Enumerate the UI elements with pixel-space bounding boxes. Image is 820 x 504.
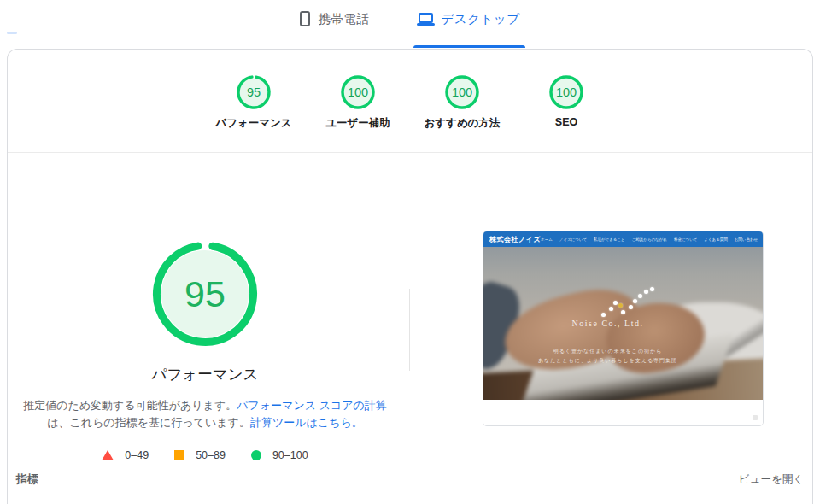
tab-mobile[interactable]: 携帯電話	[295, 0, 374, 38]
site-nav-items: ホーム ノイズについて 私達ができること ご相談からのながれ 料金について よく…	[541, 237, 758, 242]
hero-subtitle: 明るく豊かな住まいの未来をこの街から あなたとともに、より良い暮らしを支える専門…	[483, 347, 732, 366]
metrics-header-row: 指標 ビューを開く	[16, 472, 804, 487]
site-nav-item: ご相談からのながれ	[632, 237, 667, 242]
scroll-top-widget	[753, 415, 758, 420]
gauge-label: パフォーマンス	[152, 364, 259, 384]
score-ring: 100	[548, 74, 584, 110]
site-footer-area	[483, 400, 763, 425]
pagespeed-report: 携帯電話 デスクトップ 95 パフォーマンス	[0, 0, 820, 504]
scroll-remnant-mark	[7, 32, 17, 34]
site-hero-image: Noise Co., Ltd. 明るく豊かな住まいの未来をこの街から あなたとと…	[483, 247, 763, 400]
gauge-column: 95 パフォーマンス 推定値のため変動する可能性があります。パフォーマンス スコ…	[8, 153, 402, 461]
score-value: 95	[236, 74, 272, 110]
hero-line-1: 明るく豊かな住まいの未来をこの街から	[483, 347, 732, 356]
legend-range: 90–100	[272, 449, 308, 461]
score-ring: 95	[236, 74, 272, 110]
score-legend: 0–49 50–89 90–100	[102, 449, 308, 461]
laptop-icon	[419, 13, 433, 23]
metrics-divider	[8, 495, 812, 495]
dot-arrow-graphic	[601, 287, 654, 318]
green-circle-icon	[251, 450, 261, 460]
score-ring: 100	[444, 74, 480, 110]
site-logo-text: 株式会社ノイズ	[489, 235, 541, 244]
active-tab-underline	[413, 45, 524, 48]
performance-section: 95 パフォーマンス 推定値のため変動する可能性があります。パフォーマンス スコ…	[8, 153, 812, 461]
score-label: パフォーマンス	[215, 116, 291, 131]
disclaimer-text-1: 推定値のため変動する可能性があります。	[23, 399, 237, 412]
score-accessibility[interactable]: 100 ユーザー補助	[306, 74, 410, 131]
phone-icon	[300, 11, 310, 26]
disclaimer-text-2: は、これらの指標を基に行っています。	[47, 416, 250, 429]
legend-average: 50–89	[174, 449, 226, 461]
score-disclaimer: 推定値のため変動する可能性があります。パフォーマンス スコアの計算は、これらの指…	[12, 397, 398, 431]
score-label: SEO	[555, 116, 577, 128]
score-performance[interactable]: 95 パフォーマンス	[202, 74, 306, 131]
metrics-section-title: 指標	[16, 472, 38, 487]
site-nav-item: ホーム	[541, 237, 553, 242]
score-value: 100	[548, 74, 584, 110]
site-screenshot-thumbnail[interactable]: 株式会社ノイズ ホーム ノイズについて 私達ができること ご相談からのながれ 料…	[483, 231, 764, 426]
score-value: 100	[444, 74, 480, 110]
tab-desktop[interactable]: デスクトップ	[413, 0, 524, 38]
score-calc-link[interactable]: パフォーマンス スコアの計算	[237, 399, 387, 412]
performance-gauge: 95	[149, 238, 261, 349]
site-nav-item: ノイズについて	[559, 237, 587, 242]
legend-good: 90–100	[251, 449, 308, 461]
legend-poor: 0–49	[102, 449, 149, 461]
legend-range: 50–89	[196, 449, 226, 461]
gauge-value: 95	[149, 238, 261, 349]
score-label: ユーザー補助	[325, 116, 390, 131]
site-nav-item: 私達ができること	[594, 237, 625, 242]
open-view-link[interactable]: ビューを開く	[739, 472, 804, 487]
category-scores: 95 パフォーマンス 100 ユーザー補助	[8, 50, 812, 131]
site-nav-item: 料金について	[674, 237, 697, 242]
report-card: 95 パフォーマンス 100 ユーザー補助	[7, 49, 813, 504]
device-tabs: 携帯電話 デスクトップ	[0, 0, 820, 49]
score-label: おすすめの方法	[425, 116, 501, 131]
calculator-link[interactable]: 計算ツールはこちら。	[250, 416, 363, 429]
vertical-divider	[409, 289, 410, 371]
legend-range: 0–49	[125, 449, 149, 461]
site-nav-item: お問い合わせ	[735, 237, 758, 242]
score-ring: 100	[340, 74, 376, 110]
red-triangle-icon	[102, 450, 114, 460]
hero-title: Noise Co., Ltd.	[483, 319, 732, 328]
score-seo[interactable]: 100 SEO	[514, 74, 618, 131]
screenshot-column: 株式会社ノイズ ホーム ノイズについて 私達ができること ご相談からのながれ 料…	[402, 153, 812, 461]
site-nav-bar: 株式会社ノイズ ホーム ノイズについて 私達ができること ご相談からのながれ 料…	[483, 231, 763, 247]
score-value: 100	[340, 74, 376, 110]
orange-square-icon	[174, 450, 184, 460]
site-nav-item: よくある質問	[704, 237, 727, 242]
score-best-practices[interactable]: 100 おすすめの方法	[410, 74, 514, 131]
hero-line-2: あなたとともに、より良い暮らしを支える専門集団	[483, 356, 732, 366]
tab-mobile-label: 携帯電話	[318, 11, 369, 27]
tab-desktop-label: デスクトップ	[441, 11, 519, 27]
